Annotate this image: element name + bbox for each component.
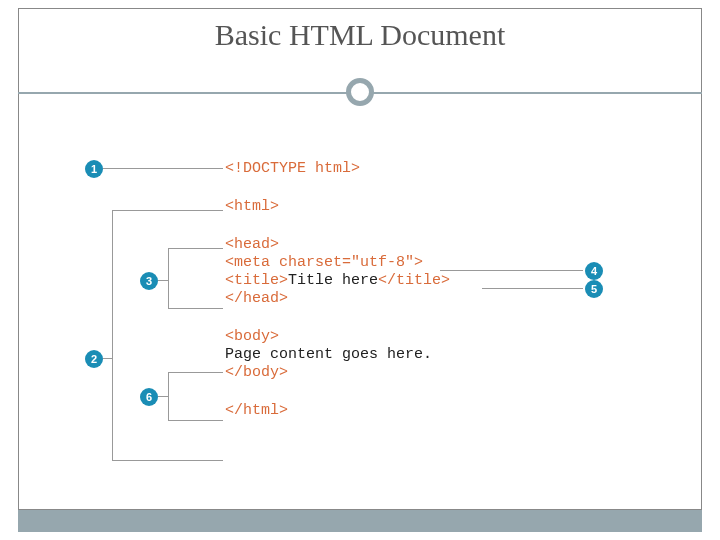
callout-badge-5: 5 <box>585 280 603 298</box>
connector-line <box>168 308 223 309</box>
slide-title: Basic HTML Document <box>0 18 720 52</box>
callout-badge-3: 3 <box>140 272 158 290</box>
connector-line <box>168 248 223 249</box>
connector-line <box>103 168 223 169</box>
connector-line <box>440 270 583 271</box>
body-text: Page content goes here. <box>225 346 432 363</box>
head-close-tag: </head> <box>225 290 288 307</box>
callout-badge-2: 2 <box>85 350 103 368</box>
title-text: Title here <box>288 272 378 289</box>
footer-bar <box>18 510 702 532</box>
connector-line <box>112 210 113 460</box>
head-open-tag: <head> <box>225 236 279 253</box>
connector-line <box>168 248 169 308</box>
code-html-close: </html> <box>225 402 565 420</box>
connector-line <box>168 420 223 421</box>
doctype-tag: <!DOCTYPE html> <box>225 160 360 177</box>
connector-line <box>103 358 113 359</box>
title-close-tag: </title> <box>378 272 450 289</box>
code-body-block: <body> Page content goes here. </body> <box>225 328 565 382</box>
divider-circle-icon <box>346 78 374 106</box>
connector-line <box>158 396 168 397</box>
connector-line <box>482 288 583 289</box>
code-doctype: <!DOCTYPE html> <box>225 160 565 178</box>
code-html-open: <html> <box>225 198 565 216</box>
connector-line <box>112 460 223 461</box>
html-open-tag: <html> <box>225 198 279 215</box>
body-close-tag: </body> <box>225 364 288 381</box>
code-diagram: <!DOCTYPE html> <html> <head> <meta char… <box>225 160 565 440</box>
body-open-tag: <body> <box>225 328 279 345</box>
callout-badge-6: 6 <box>140 388 158 406</box>
connector-line <box>112 210 223 211</box>
html-close-tag: </html> <box>225 402 288 419</box>
connector-line <box>168 372 169 420</box>
meta-tag: <meta charset="utf-8"> <box>225 254 423 271</box>
connector-line <box>168 372 223 373</box>
callout-badge-1: 1 <box>85 160 103 178</box>
code-head-block: <head> <meta charset="utf-8"> <title>Tit… <box>225 236 565 308</box>
callout-badge-4: 4 <box>585 262 603 280</box>
connector-line <box>158 280 168 281</box>
title-open-tag: <title> <box>225 272 288 289</box>
